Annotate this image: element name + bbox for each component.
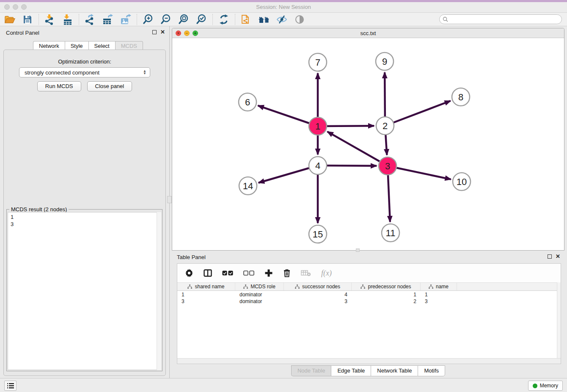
node-label-4: 4 [315,160,320,171]
toolbar-separator [79,14,79,25]
export-network-icon[interactable] [84,14,96,25]
tab-motifs[interactable]: Motifs [418,365,445,376]
tab-node-table[interactable]: Node Table [291,365,331,376]
hide-selected-icon[interactable] [275,14,288,25]
export-table-icon[interactable] [102,14,114,25]
table-tabs: Node TableEdge TableNetwork TableMotifs [172,365,564,376]
search-input[interactable] [450,17,561,22]
table-options-gear-icon[interactable] [185,269,193,277]
network-view-window: × − + scc.txt 7968124314101511 [172,28,564,251]
first-neighbors-icon[interactable] [258,14,270,25]
cell-predecessor-nodes[interactable]: 2 [352,298,421,305]
node-label-1: 1 [315,121,320,132]
edge-3-10[interactable] [388,166,451,179]
cell-name[interactable]: 1 [421,291,457,298]
select-stepper-icon: ▲▼ [143,70,146,75]
memory-label: Memory [540,383,558,389]
horizontal-split-handle[interactable] [356,248,360,252]
float-panel-icon[interactable] [152,30,157,34]
edge-2-8[interactable] [385,101,451,126]
vertical-split-handle[interactable] [167,196,172,203]
column-type-icon [187,284,192,289]
search-box[interactable] [439,14,562,24]
window-title: Session: New Session [0,4,567,10]
mcds-result-group: MCDS result (2 nodes) 1 3 [6,209,162,371]
table-toolbar: f(x) [177,264,561,282]
node-label-2: 2 [383,121,388,131]
column-header-predecessor-nodes[interactable]: predecessor nodes [352,283,421,290]
zoom-selected-icon[interactable] [195,14,208,25]
table-panel: Table Panel ✕ [172,253,564,377]
toolbar-separator [212,14,213,25]
delete-column-icon[interactable] [283,269,291,277]
column-header-MCDS-role[interactable]: MCDS role [235,283,284,290]
column-type-icon [243,284,248,289]
mcds-result-title: MCDS result (2 nodes) [9,206,69,213]
close-table-panel-icon[interactable]: ✕ [556,254,560,259]
export-image-icon[interactable] [119,14,132,25]
show-all-icon[interactable] [293,14,306,25]
close-panel-button[interactable]: Close panel [87,81,132,91]
cell-predecessor-nodes[interactable]: 1 [352,291,421,298]
deselect-all-checkboxes-icon[interactable] [243,271,254,276]
list-icon [7,383,14,389]
select-all-checkboxes-icon[interactable] [222,271,233,276]
node-label-10: 10 [457,177,467,187]
criterion-select[interactable]: strongly connected component ▲▼ [19,67,150,77]
graph-canvas[interactable]: 7968124314101511 [172,38,564,250]
table-vertical-scrollbar[interactable] [557,282,561,358]
application-window: { "window": { "title": "Session: New Ses… [0,0,567,392]
import-network-icon[interactable] [44,14,56,25]
memory-button[interactable]: Memory [528,381,563,391]
result-scrollbar[interactable] [157,212,161,370]
node-table-container: f(x) shared nameMCDS rolesuccessor nodes… [177,263,561,364]
new-network-from-selection-icon[interactable] [240,14,253,25]
import-table-icon[interactable] [61,14,74,25]
add-column-icon[interactable] [264,269,273,277]
cell-shared-name[interactable]: 3 [177,298,235,305]
run-mcds-button[interactable]: Run MCDS [37,81,81,91]
node-label-14: 14 [243,181,253,191]
cell-successor-nodes[interactable]: 4 [284,291,352,298]
table-horizontal-scrollbar[interactable] [177,358,561,364]
cell-successor-nodes[interactable]: 3 [284,298,352,305]
open-session-icon[interactable] [3,14,16,25]
function-builder-icon[interactable]: f(x) [321,269,332,278]
edge-3-1[interactable] [328,132,388,166]
memory-status-icon [533,384,537,388]
close-panel-icon[interactable]: ✕ [160,30,165,34]
mcds-result-text[interactable]: 1 3 [8,212,161,370]
tab-network-table[interactable]: Network Table [371,365,418,376]
zoom-out-icon[interactable] [160,14,172,25]
cell-shared-name[interactable]: 1 [177,291,235,298]
toggle-columns-icon[interactable] [204,269,212,277]
cell-MCDS-role[interactable]: dominator [235,291,284,298]
column-header-shared-name[interactable]: shared name [177,283,235,290]
task-history-button[interactable] [4,381,17,391]
tab-edge-table[interactable]: Edge Table [331,365,371,376]
node-label-9: 9 [382,56,387,67]
save-session-icon[interactable] [21,14,34,25]
cell-MCDS-role[interactable]: dominator [235,298,284,305]
control-panel-title: Control Panel [6,30,39,36]
cell-name[interactable]: 3 [421,298,457,305]
float-table-panel-icon[interactable] [548,254,552,259]
table-row[interactable]: 1dominator411 [177,291,557,298]
node-label-15: 15 [313,229,323,240]
toolbar-separator [235,14,235,25]
column-type-icon [361,284,365,289]
network-window-titlebar[interactable]: × − + scc.txt [172,28,564,38]
control-panel: Control Panel ✕ NetworkStyleSelectMCDS O… [2,28,168,377]
node-label-6: 6 [245,97,250,108]
apply-layout-icon[interactable] [217,14,230,25]
column-type-icon [295,284,300,289]
column-header-name[interactable]: name [421,283,457,290]
main-toolbar [0,13,567,26]
edge-1-6[interactable] [258,105,318,126]
table-row[interactable]: 3dominator323 [177,298,557,305]
search-icon [443,17,448,22]
column-header-successor-nodes[interactable]: successor nodes [284,283,352,290]
delete-table-icon[interactable] [301,270,311,276]
zoom-fit-icon[interactable] [177,14,190,25]
zoom-in-icon[interactable] [142,14,154,25]
